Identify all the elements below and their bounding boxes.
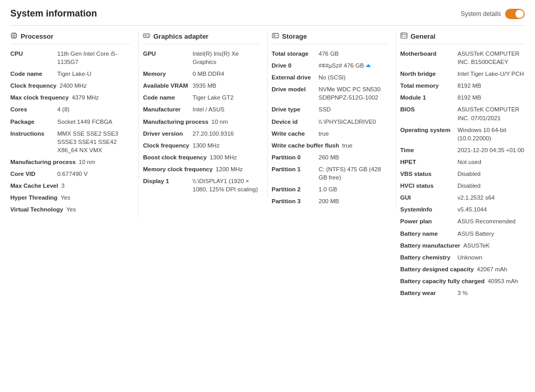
info-label: Drive model	[272, 85, 316, 93]
drive-row: #¢#µSz# 476 GB	[319, 61, 387, 70]
info-value: C: (NTFS) 475 GB (428 GB free)	[319, 165, 387, 182]
info-label: GUI	[400, 193, 455, 202]
info-label: VBS status	[400, 170, 455, 178]
storage-column: Storage Total storage476 GBDrive 0#¢#µSz…	[268, 32, 396, 209]
info-value: 2021-12-20 04:35 +01:00	[458, 146, 525, 154]
info-value: Windows 10 64-bit (10.0.22000)	[458, 126, 525, 142]
info-row: Memory clock frequency1200 MHz	[143, 165, 258, 173]
info-row: Drive typeSSD	[272, 105, 387, 113]
storage-title: Storage	[282, 32, 307, 40]
info-label: Clock frequency	[143, 141, 189, 150]
info-label: CPU	[10, 50, 54, 58]
info-row: Driver version27.20.100.9316	[143, 129, 258, 138]
graphics-column: Graphics adapter GPUIntel(R) Iris(R) Xe …	[139, 32, 267, 197]
info-row: Power planASUS Recommended	[400, 217, 525, 225]
info-row: Core VID0.677490 V	[10, 170, 130, 178]
info-label: Virtual Technology	[10, 205, 63, 214]
info-label: Device id	[272, 118, 316, 126]
info-row: Manufacturing process10 nm	[143, 118, 258, 126]
info-value: No (SCSI)	[319, 73, 387, 81]
info-label: Total memory	[400, 81, 455, 90]
info-row: ManufacturerIntel / ASUS	[143, 105, 258, 113]
info-value: Intel / ASUS	[192, 105, 258, 113]
info-label: Battery designed capacity	[400, 265, 474, 273]
info-label: Code name	[10, 70, 54, 78]
info-row: Partition 0260 MB	[272, 153, 387, 161]
info-label: Module 1	[400, 93, 455, 102]
general-table: MotherboardASUSTeK COMPUTER INC. B1500CE…	[400, 50, 525, 297]
info-value: \\.\DISPLAY1 (1920 × 1080, 125% DPI scal…	[192, 177, 258, 193]
info-value: Disabled	[458, 170, 525, 178]
info-value: 1200 MHz	[216, 165, 258, 173]
info-row: Operating systemWindows 10 64-bit (10.0.…	[400, 126, 525, 142]
info-row: Battery designed capacity42067 mAh	[400, 265, 525, 273]
info-row: Boost clock frequency1300 MHz	[143, 153, 258, 161]
info-value: 8192 MB	[458, 93, 525, 102]
info-row: Partition 1C: (NTFS) 475 GB (428 GB free…	[272, 165, 387, 182]
info-label: Cores	[10, 105, 54, 113]
info-label: Write cache	[272, 129, 316, 138]
info-label: Partition 2	[272, 185, 316, 193]
info-value: MMX SSE SSE2 SSE3 SSSE3 SSE41 SSE42 X86_…	[57, 129, 130, 154]
info-value: true	[319, 129, 387, 138]
info-row: HPETNot used	[400, 158, 525, 166]
info-row: Hyper ThreadingYes	[10, 193, 130, 202]
info-label: Drive type	[272, 105, 316, 113]
system-details-toggle[interactable]	[505, 9, 525, 19]
info-label: Drive 0	[272, 61, 316, 70]
info-label: Clock frequency	[10, 81, 56, 90]
info-row: Battery nameASUS Battery	[400, 230, 525, 238]
info-label: North bridge	[400, 70, 455, 78]
general-title: General	[411, 32, 435, 40]
info-label: Boost clock frequency	[143, 153, 206, 161]
info-row: Battery capacity fully charged40953 mAh	[400, 277, 525, 285]
info-row: Partition 21.0 GB	[272, 185, 387, 193]
info-label: Motherboard	[400, 50, 455, 58]
info-row: Write cache buffer flushtrue	[272, 141, 387, 150]
info-value: Tiger Lake-U	[57, 70, 130, 78]
svg-point-22	[277, 35, 278, 37]
info-label: Display 1	[143, 177, 189, 185]
graphics-header: Graphics adapter	[143, 32, 258, 44]
info-row: Time2021-12-20 04:35 +01:00	[400, 146, 525, 154]
info-value: SSD	[319, 105, 387, 113]
info-value: 0 MB DDR4	[192, 70, 258, 78]
info-row: CPU11th Gen Intel Core i5-1135G7	[10, 50, 130, 66]
info-label: Memory clock frequency	[143, 165, 213, 173]
info-row: Battery chemistryUnknown	[400, 253, 525, 262]
main-columns: Processor CPU11th Gen Intel Core i5-1135…	[10, 32, 525, 301]
info-row: Drive 0#¢#µSz# 476 GB	[272, 61, 387, 70]
info-row: MotherboardASUSTeK COMPUTER INC. B1500CE…	[400, 50, 525, 66]
info-value: NVMe WDC PC SN530 SDBPNPZ-512G-1002	[319, 85, 387, 102]
info-row: Display 1\\.\DISPLAY1 (1920 × 1080, 125%…	[143, 177, 258, 193]
info-row: GPUIntel(R) Iris(R) Xe Graphics	[143, 50, 258, 66]
info-row: External driveNo (SCSI)	[272, 73, 387, 81]
info-label: Max Cache Level	[10, 182, 58, 190]
info-label: Code name	[143, 93, 189, 102]
info-value: Intel Tiger Lake-U/Y PCH	[458, 70, 525, 78]
general-header: General	[400, 32, 525, 44]
info-label: HPET	[400, 158, 455, 166]
info-value: 40953 mAh	[488, 277, 525, 285]
info-value: true	[342, 141, 387, 150]
info-label: Partition 1	[272, 165, 316, 173]
info-label: Hyper Threading	[10, 193, 57, 202]
processor-column: Processor CPU11th Gen Intel Core i5-1135…	[10, 32, 139, 217]
info-value: v5.45.1044	[458, 205, 525, 214]
info-row: Max Cache Level3	[10, 182, 130, 190]
svg-rect-1	[12, 34, 15, 37]
info-value: v2.1.2532 s64	[458, 193, 525, 202]
chevron-up-icon[interactable]	[366, 64, 371, 67]
info-value: 1300 MHz	[210, 153, 259, 161]
info-value: Intel(R) Iris(R) Xe Graphics	[192, 50, 258, 66]
graphics-title: Graphics adapter	[153, 32, 208, 40]
storage-table: Total storage476 GBDrive 0#¢#µSz# 476 GB…	[272, 50, 387, 205]
info-label: Battery wear	[400, 289, 455, 297]
info-label: Battery capacity fully charged	[400, 277, 485, 285]
system-details-row: System details	[461, 9, 525, 19]
info-label: Partition 3	[272, 197, 316, 205]
info-row: North bridgeIntel Tiger Lake-U/Y PCH	[400, 70, 525, 78]
info-row: Partition 3200 MB	[272, 197, 387, 205]
info-row: PackageSocket 1449 FCBGA	[10, 118, 130, 126]
info-row: Manufacturing process10 nm	[10, 158, 130, 166]
